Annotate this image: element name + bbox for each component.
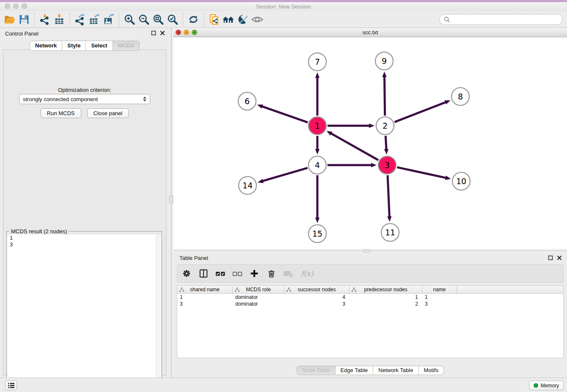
column-header-MCDS-role[interactable]: MCDS role [233,286,284,293]
search-icon [443,16,452,23]
edge-3-10[interactable] [397,167,446,178]
graph-node-label: 4 [315,160,320,170]
tab-select[interactable]: Select [86,41,113,51]
apply-layout-icon[interactable] [186,12,201,27]
column-header-successor-nodes[interactable]: successor nodes [284,286,350,293]
control-panel-title: Control Panel [5,30,39,37]
run-mcds-button[interactable]: Run MCDS [41,108,81,118]
edge-arrow-icon [382,72,386,77]
edge-3-1[interactable] [331,133,378,160]
column-settings-icon[interactable] [182,268,192,279]
column-header-predecessor-nodes[interactable]: predecessor nodes [350,286,422,293]
network-window-titlebar[interactable]: × − + scc.txt [173,28,567,37]
horizontal-splitter[interactable] [173,249,567,253]
column-header-name[interactable]: name [422,286,457,293]
table-cell[interactable]: dominator [233,294,284,301]
close-table-panel-icon[interactable] [557,255,562,260]
function-builder-icon[interactable]: f(x) [300,268,314,279]
table-cell[interactable]: 2 [350,301,422,307]
tab-edge-table[interactable]: Edge Table [335,366,373,375]
new-network-from-selection-icon[interactable] [207,12,221,27]
first-neighbors-icon[interactable] [221,12,236,27]
export-image-icon[interactable] [102,12,116,27]
tab-motifs[interactable]: Motifs [418,366,444,375]
search-box [439,14,563,25]
edge-2-3[interactable] [385,136,386,149]
edge-1-6[interactable] [262,106,308,122]
edge-arrow-icon [315,218,319,223]
table-cell[interactable]: 1 [350,294,422,301]
optimization-criterion-label: Optimization criterion: [3,87,166,93]
select-all-columns-icon[interactable] [215,268,226,279]
table-row[interactable]: 3dominator323 [177,301,563,307]
table-cell[interactable]: 3 [284,301,350,307]
table-cell[interactable]: 4 [284,294,350,301]
graph-node-label: 8 [458,92,463,101]
export-table-icon[interactable] [87,12,102,27]
mcds-result-list[interactable]: 13 [7,235,161,391]
tab-node-table[interactable]: Node Table [297,366,336,375]
import-table-icon[interactable] [52,12,66,27]
edge-arrow-icon [445,176,451,180]
network-canvas[interactable]: 7968124314101511 [173,37,567,249]
network-minimize-icon[interactable]: − [184,30,189,35]
zoom-out-icon[interactable] [137,12,151,27]
table-cell[interactable]: 1 [422,294,457,301]
network-close-icon[interactable]: × [176,30,181,35]
task-history-button[interactable] [5,381,17,390]
table-cell[interactable]: 3 [422,301,457,307]
table-cell[interactable]: 1 [177,294,233,301]
memory-button[interactable]: Memory [529,381,564,390]
tab-network[interactable]: Network [30,41,62,51]
table-cell[interactable]: 3 [177,301,233,307]
edge-2-8[interactable] [394,102,446,122]
table-row[interactable]: 1dominator411 [177,294,563,301]
tab-mcds[interactable]: MCDS [113,41,140,51]
float-panel-icon[interactable] [151,30,156,36]
minimize-window-icon[interactable] [13,3,19,9]
table-cell[interactable]: dominator [233,301,284,307]
create-column-icon[interactable] [249,268,259,279]
column-header-shared-name[interactable]: shared name [177,286,233,293]
tab-network-table[interactable]: Network Table [373,366,418,375]
close-window-icon[interactable] [5,3,10,9]
save-session-icon[interactable] [17,12,31,27]
close-panel-icon[interactable] [160,30,165,36]
zoom-in-icon[interactable] [122,12,137,27]
deselect-all-columns-icon[interactable] [232,268,242,279]
edge-arrow-icon [315,72,319,78]
search-input[interactable] [452,17,562,23]
network-graph[interactable]: 7968124314101511 [173,37,567,249]
optimization-criterion-select[interactable]: strongly connected component [19,94,150,104]
zoom-selected-icon[interactable] [165,12,180,27]
float-table-panel-icon[interactable] [548,255,553,260]
edge-4-14[interactable] [263,168,308,181]
tab-style[interactable]: Style [62,41,86,51]
zoom-fit-icon[interactable] [151,12,165,27]
node-table[interactable]: shared nameMCDS rolesuccessor nodesprede… [177,285,564,358]
network-maximize-icon[interactable]: + [192,30,197,35]
open-session-icon[interactable] [3,12,17,27]
delete-column-icon[interactable] [266,268,276,279]
memory-label: Memory [541,383,559,389]
edge-2-9[interactable] [384,77,385,116]
show-hide-graphics-icon[interactable] [250,12,264,27]
edge-3-11[interactable] [388,175,389,217]
vertical-splitter[interactable] [169,28,173,378]
vertical-splitter-handle[interactable] [169,196,173,203]
cytoscape-browser-icon[interactable] [236,12,250,27]
export-network-icon[interactable] [73,12,87,27]
graph-node-label: 6 [245,97,250,106]
graph-node-label: 15 [312,229,322,238]
window-title: Session: New Session [0,2,567,11]
edge-arrow-icon [257,105,263,109]
edge-arrow-icon [387,216,391,222]
result-scrollbar[interactable] [156,235,161,391]
horizontal-splitter-handle[interactable] [363,249,371,252]
maximize-window-icon[interactable] [22,3,27,9]
close-panel-button[interactable]: Close panel [87,108,129,118]
import-network-icon[interactable] [38,12,52,27]
delete-table-icon[interactable] [283,268,293,279]
split-view-icon[interactable] [198,268,209,279]
graph-node-label: 2 [383,121,388,130]
